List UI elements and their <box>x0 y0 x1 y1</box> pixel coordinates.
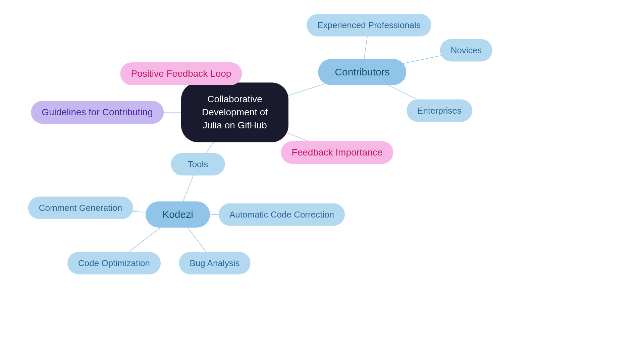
comment-generation-node[interactable]: Comment Generation <box>28 197 133 219</box>
feedback-importance-node[interactable]: Feedback Importance <box>281 141 393 164</box>
center-label: Collaborative Development of Julia on Gi… <box>195 93 275 132</box>
experienced-professionals-node[interactable]: Experienced Professionals <box>307 14 431 37</box>
comment-generation-label: Comment Generation <box>39 203 122 213</box>
code-optimization-label: Code Optimization <box>78 258 150 268</box>
experienced-professionals-label: Experienced Professionals <box>317 20 421 31</box>
guidelines-node[interactable]: Guidelines for Contributing <box>31 101 164 124</box>
tools-label: Tools <box>188 159 208 170</box>
bug-analysis-node[interactable]: Bug Analysis <box>179 252 251 275</box>
bug-analysis-label: Bug Analysis <box>190 258 240 268</box>
guidelines-label: Guidelines for Contributing <box>42 107 153 118</box>
center-node[interactable]: Collaborative Development of Julia on Gi… <box>181 82 288 142</box>
contributors-node[interactable]: Contributors <box>318 59 406 85</box>
kodezi-label: Kodezi <box>162 209 193 220</box>
feedback-importance-label: Feedback Importance <box>292 147 383 158</box>
kodezi-node[interactable]: Kodezi <box>146 201 210 228</box>
contributors-label: Contributors <box>335 66 389 78</box>
positive-feedback-loop-node[interactable]: Positive Feedback Loop <box>120 62 242 85</box>
novices-node[interactable]: Novices <box>440 39 492 62</box>
enterprises-label: Enterprises <box>417 106 462 116</box>
automatic-code-correction-label: Automatic Code Correction <box>229 209 334 220</box>
enterprises-node[interactable]: Enterprises <box>407 100 472 122</box>
automatic-code-correction-node[interactable]: Automatic Code Correction <box>219 203 345 226</box>
novices-label: Novices <box>451 45 482 56</box>
positive-feedback-loop-label: Positive Feedback Loop <box>131 68 231 79</box>
tools-node[interactable]: Tools <box>171 153 225 176</box>
code-optimization-node[interactable]: Code Optimization <box>67 252 161 275</box>
